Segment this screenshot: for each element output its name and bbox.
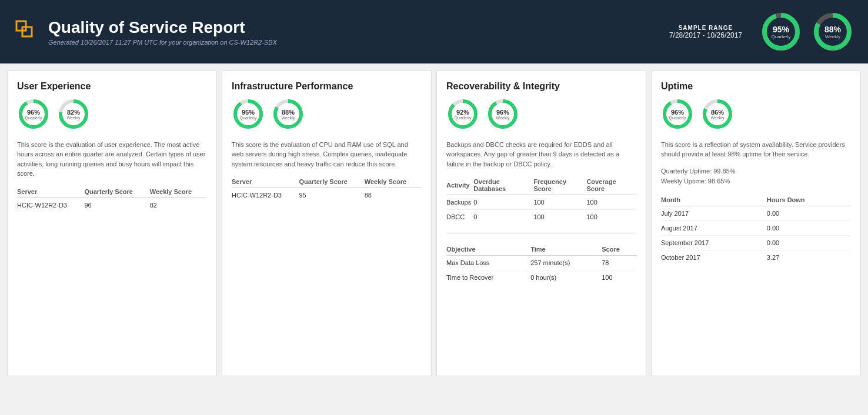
report-subtitle: Generated 10/26/2017 11:27 PM UTC for yo… (48, 39, 277, 46)
table-row: HCIC-W12R2-D39682 (17, 198, 207, 212)
ux-title: User Experience (17, 81, 207, 93)
ux-table: Server Quarterly Score Weekly Score HCIC… (17, 186, 207, 212)
header: Quality of Service Report Generated 10/2… (0, 0, 868, 63)
header-weekly-label: 88% Weekly (824, 25, 841, 39)
infra-col-quarterly: Quarterly Score (299, 176, 364, 188)
infra-col-server: Server (232, 176, 299, 188)
ux-weekly-gauge: 82% Weekly (57, 98, 90, 130)
header-gauges: 95% Quarterly 88% Weekly (760, 11, 854, 53)
rec-gauges: 92% Quarterly 96% Weekly (446, 98, 636, 130)
table-row: September 20170.00 (661, 235, 851, 250)
uptime-quarterly-gauge: 96% Quarterly (661, 98, 694, 130)
header-weekly-donut: 88% Weekly (812, 11, 854, 53)
rec-title: Recoverability & Integrity (446, 81, 636, 93)
infra-desc: This score is the evaluation of CPU and … (232, 140, 422, 169)
header-quarterly-label: 95% Quarterly (772, 25, 791, 39)
infra-weekly-gauge: 88% Weekly (272, 98, 305, 130)
rec-desc: Backups and DBCC checks are required for… (446, 140, 636, 169)
rec-objective-table: Objective Time Score Max Data Loss257 mi… (446, 243, 636, 285)
sample-range-label: SAMPLE RANGE (669, 25, 742, 31)
uptime-gauges: 96% Quarterly 86% Weekly (661, 98, 851, 130)
ux-quarterly-donut: 96% Quarterly (17, 98, 50, 130)
table-row: July 20170.00 (661, 206, 851, 220)
header-left: Quality of Service Report Generated 10/2… (14, 18, 277, 46)
svg-rect-1 (22, 27, 32, 36)
recoverability-section: Recoverability & Integrity 92% Quarterly (436, 71, 646, 376)
rec-activity-table: Activity Overdue Databases Frequency Sco… (446, 176, 636, 224)
sample-range-dates: 7/28/2017 - 10/26/2017 (669, 31, 742, 39)
uptime-weekly-gauge: 86% Weekly (701, 98, 734, 130)
table-row: October 20173.27 (661, 250, 851, 265)
ux-col-server: Server (17, 186, 84, 198)
report-title: Quality of Service Report (48, 18, 277, 37)
logo-icon (14, 19, 40, 45)
table-row: HCIC-W12R2-D39588 (232, 188, 422, 203)
ux-col-quarterly: Quarterly Score (84, 186, 149, 198)
infra-gauges: 95% Quarterly 88% Weekly (232, 98, 422, 130)
header-title: Quality of Service Report Generated 10/2… (48, 18, 277, 46)
ux-quarterly-gauge: 96% Quarterly (17, 98, 50, 130)
header-right: SAMPLE RANGE 7/28/2017 - 10/26/2017 95% … (669, 11, 854, 53)
infra-quarterly-gauge: 95% Quarterly (232, 98, 265, 130)
sample-range: SAMPLE RANGE 7/28/2017 - 10/26/2017 (669, 25, 742, 39)
table-row: August 20170.00 (661, 220, 851, 235)
ux-weekly-donut: 82% Weekly (57, 98, 90, 130)
uptime-section: Uptime 96% Quarterly (651, 71, 861, 376)
header-quarterly-gauge: 95% Quarterly (760, 11, 802, 53)
header-weekly-gauge: 88% Weekly (812, 11, 854, 53)
uptime-title: Uptime (661, 81, 851, 93)
uptime-table: Month Hours Down July 20170.00August 201… (661, 194, 851, 265)
uptime-desc: This score is a reflection of system ava… (661, 140, 851, 159)
ux-gauges: 96% Quarterly 82% Weekly (17, 98, 207, 130)
rec-weekly-gauge: 96% Weekly (486, 98, 519, 130)
ux-col-weekly: Weekly Score (150, 186, 207, 198)
header-quarterly-donut: 95% Quarterly (760, 11, 802, 53)
table-row: Max Data Loss257 minute(s)78 (446, 256, 636, 270)
svg-rect-0 (16, 21, 26, 31)
infra-col-weekly: Weekly Score (365, 176, 422, 188)
uptime-stats: Quarterly Uptime: 99.85% Weekly Uptime: … (661, 166, 851, 187)
infra-table: Server Quarterly Score Weekly Score HCIC… (232, 176, 422, 202)
table-row: Time to Recover0 hour(s)100 (446, 270, 636, 285)
main-content: User Experience 96% Quarterly (0, 63, 868, 383)
ux-desc: This score is the evaluation of user exp… (17, 140, 207, 179)
table-row: Backups0100100 (446, 195, 636, 210)
rec-quarterly-gauge: 92% Quarterly (446, 98, 479, 130)
table-row: DBCC0100100 (446, 210, 636, 225)
infra-title: Infrastructure Performance (232, 81, 422, 93)
user-experience-section: User Experience 96% Quarterly (7, 71, 217, 376)
infrastructure-section: Infrastructure Performance 95% Quarterly (222, 71, 432, 376)
